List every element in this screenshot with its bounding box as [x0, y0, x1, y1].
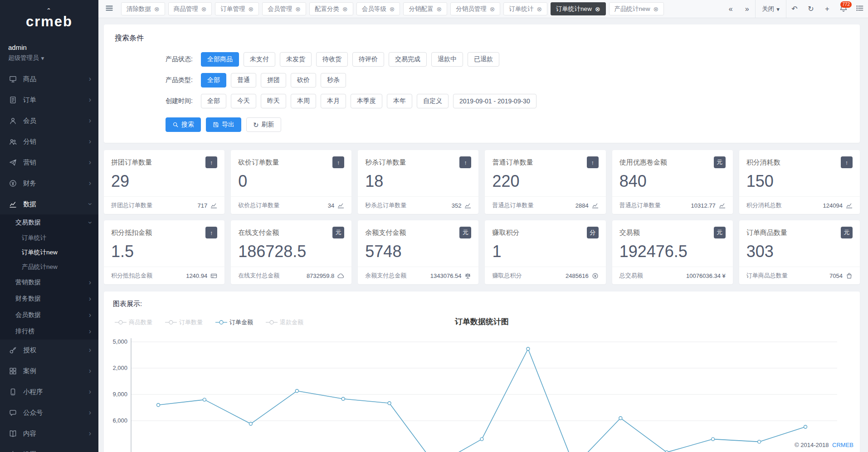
- scroll-tabs-left-button[interactable]: «: [722, 0, 739, 18]
- legend-item-order-count[interactable]: 订单数量: [165, 318, 203, 326]
- filter-chip[interactable]: 全部: [201, 73, 226, 87]
- sidebar-item-data[interactable]: 数据 ›: [0, 194, 98, 214]
- tab-item[interactable]: 分销员管理 ⊗: [450, 2, 500, 15]
- message-list-button[interactable]: [852, 0, 868, 18]
- tab-label: 分销员管理: [456, 5, 487, 13]
- stat-title: 秒杀订单数量: [365, 158, 406, 167]
- tab-item[interactable]: 清除数据 ⊗: [121, 2, 165, 15]
- sidebar-item-trade-data[interactable]: 交易数据 ›: [0, 214, 98, 231]
- sidebar-item-marketing-data[interactable]: 营销数据 ›: [0, 274, 98, 291]
- scroll-tabs-right-button[interactable]: »: [739, 0, 755, 18]
- close-circle-icon[interactable]: ⊗: [390, 6, 395, 12]
- sidebar-item-product-stats-new[interactable]: 产品统计new: [0, 260, 98, 274]
- sidebar-collapse-button[interactable]: [101, 0, 117, 18]
- export-icon: [213, 122, 219, 128]
- stat-value: 5748: [358, 240, 478, 267]
- close-circle-icon[interactable]: ⊗: [595, 6, 600, 12]
- sidebar-item-distribution[interactable]: 分销 ›: [0, 131, 98, 152]
- filter-chip[interactable]: 昨天: [261, 94, 286, 108]
- filter-chip[interactable]: 待收货: [316, 52, 348, 67]
- chevron-right-icon: ›: [89, 295, 91, 302]
- submenu-group-label: 排行榜: [15, 327, 89, 335]
- legend-item-product-count[interactable]: 商品数量: [115, 318, 152, 326]
- filter-chip[interactable]: 全部商品: [201, 52, 239, 67]
- reload-page-button[interactable]: ↻: [803, 0, 819, 18]
- filter-chip[interactable]: 已退款: [468, 52, 499, 67]
- search-button[interactable]: 搜索: [166, 117, 201, 132]
- sidebar-item-miniprogram[interactable]: 小程序 ›: [0, 381, 98, 402]
- legend-marker-icon: [165, 320, 177, 325]
- tab-item[interactable]: 分销配置 ⊗: [403, 2, 447, 15]
- close-circle-icon[interactable]: ⊗: [154, 6, 160, 12]
- sidebar-item-order-stats-new[interactable]: 订单统计new: [0, 245, 98, 260]
- sidebar-item-authorization[interactable]: 授权 ›: [0, 340, 98, 360]
- close-circle-icon[interactable]: ⊗: [295, 6, 301, 12]
- export-button[interactable]: 导出: [206, 117, 241, 132]
- filter-chip[interactable]: 交易完成: [389, 52, 427, 67]
- close-circle-icon[interactable]: ⊗: [490, 6, 495, 12]
- bank-card-icon: [210, 272, 217, 279]
- filter-chip[interactable]: 本季度: [351, 94, 382, 108]
- close-tabs-dropdown[interactable]: 关闭 ▾: [755, 0, 786, 18]
- filter-row-product-status: 产品状态: 全部商品 未支付 未发货 待收货 待评价 交易完成 退款中 已退款: [115, 52, 849, 67]
- tab-item[interactable]: 会员管理 ⊗: [262, 2, 306, 15]
- sidebar-item-content[interactable]: 内容 ›: [0, 423, 98, 444]
- sidebar-item-members[interactable]: 会员 ›: [0, 110, 98, 131]
- sidebar-item-official-account[interactable]: 公众号 ›: [0, 402, 98, 423]
- tab-item[interactable]: 会员等级 ⊗: [356, 2, 400, 15]
- tab-item[interactable]: 产品统计new ⊗: [609, 2, 664, 15]
- sidebar-item-settings[interactable]: 设置 ›: [0, 444, 98, 452]
- chevron-right-icon: ›: [89, 75, 91, 83]
- sidebar-item-finance-data[interactable]: 财务数据 ›: [0, 291, 98, 307]
- user-role-dropdown[interactable]: 超级管理员 ▾: [8, 54, 90, 62]
- filter-chip[interactable]: 秒杀: [321, 73, 346, 87]
- fullscreen-button[interactable]: +: [819, 0, 835, 18]
- filter-chip[interactable]: 未发货: [280, 52, 312, 67]
- sidebar-item-goods[interactable]: 商品 ›: [0, 68, 98, 89]
- filter-chip[interactable]: 今天: [231, 94, 256, 108]
- refresh-button[interactable]: ↻ 刷新: [246, 117, 281, 132]
- tab-item-active[interactable]: 订单统计new ⊗: [551, 2, 606, 15]
- notifications-button[interactable]: 772: [835, 0, 852, 18]
- stat-footer-label: 赚取总积分: [492, 272, 522, 280]
- stat-footer-value: 2485616: [566, 272, 589, 279]
- sidebar-item-marketing[interactable]: 营销 ›: [0, 152, 98, 173]
- filter-chip[interactable]: 退款中: [431, 52, 463, 67]
- close-circle-icon[interactable]: ⊗: [248, 6, 254, 12]
- close-circle-icon[interactable]: ⊗: [201, 6, 207, 12]
- back-button[interactable]: ↶: [786, 0, 803, 18]
- sidebar-item-order-stats[interactable]: 订单统计: [0, 231, 98, 245]
- tab-item[interactable]: 订单统计 ⊗: [503, 2, 547, 15]
- sidebar-item-label: 案例: [23, 367, 89, 375]
- sidebar-item-orders[interactable]: 订单 ›: [0, 89, 98, 110]
- filter-chip[interactable]: 自定义: [417, 94, 449, 108]
- filter-chip[interactable]: 砍价: [291, 73, 316, 87]
- legend-item-order-amount[interactable]: 订单金额: [215, 318, 253, 326]
- legend-item-refund-amount[interactable]: 退款金额: [266, 318, 303, 326]
- close-circle-icon[interactable]: ⊗: [653, 6, 658, 12]
- stat-title: 余额支付金额: [365, 228, 406, 237]
- filter-chip[interactable]: 未支付: [244, 52, 275, 67]
- close-circle-icon[interactable]: ⊗: [342, 6, 348, 12]
- filter-chip[interactable]: 待评价: [352, 52, 384, 67]
- date-range-input[interactable]: 2019-09-01 - 2019-09-30: [453, 94, 536, 108]
- filter-chip[interactable]: 普通: [231, 73, 256, 87]
- tab-item[interactable]: 商品管理 ⊗: [168, 2, 212, 15]
- refresh-button-label: 刷新: [262, 121, 274, 129]
- filter-chip[interactable]: 本周: [291, 94, 316, 108]
- filter-chip[interactable]: 本年: [387, 94, 412, 108]
- filter-chip[interactable]: 本月: [321, 94, 346, 108]
- close-circle-icon[interactable]: ⊗: [436, 6, 442, 12]
- sidebar-item-ranking[interactable]: 排行榜 ›: [0, 323, 98, 340]
- sidebar-item-cases[interactable]: 案例 ›: [0, 360, 98, 381]
- filter-chip[interactable]: 全部: [201, 94, 226, 108]
- tab-item[interactable]: 订单管理 ⊗: [215, 2, 259, 15]
- close-circle-icon[interactable]: ⊗: [536, 6, 542, 12]
- filter-chip[interactable]: 拼团: [261, 73, 286, 87]
- data-submenu: 交易数据 › 订单统计 订单统计new 产品统计new 营销数据 › 财务数据 …: [0, 214, 98, 340]
- sidebar-item-member-data[interactable]: 会员数据 ›: [0, 307, 98, 323]
- sidebar-item-finance[interactable]: 财务 ›: [0, 173, 98, 194]
- crmeb-link[interactable]: CRMEB: [832, 442, 853, 448]
- tab-label: 订单统计: [509, 5, 533, 13]
- tab-item[interactable]: 配置分类 ⊗: [309, 2, 353, 15]
